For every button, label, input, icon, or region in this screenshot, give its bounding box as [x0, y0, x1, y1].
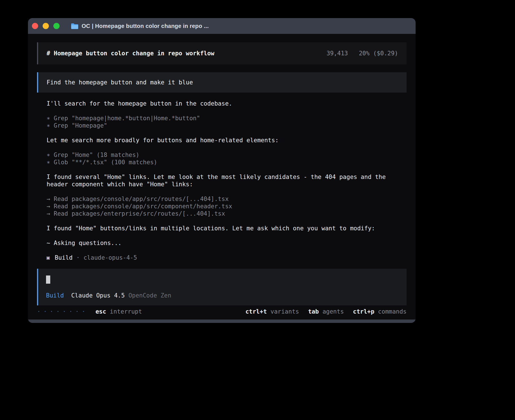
tool-call-grep: ∗ Grep "Home" (18 matches)	[47, 151, 407, 159]
tool-call-group: ∗ Grep "Home" (18 matches) ∗ Glob "**/*.…	[47, 151, 407, 166]
shortcut-commands: ctrl+p commands	[353, 308, 407, 315]
minimize-window-button[interactable]	[43, 23, 49, 29]
agent-separator: ·	[76, 254, 80, 261]
tool-call-glob: ∗ Glob "**/*.tsx" (100 matches)	[47, 159, 407, 166]
assistant-paragraph: I found "Home" buttons/links in multiple…	[47, 225, 407, 232]
tool-call-read: → Read packages/console/app/src/routes/[…	[47, 195, 407, 203]
session-title: # Homepage button color change in repo w…	[47, 50, 214, 57]
shortcut-agents: tab agents	[308, 308, 344, 315]
assistant-paragraph: I'll search for the homepage button in t…	[47, 100, 407, 107]
esc-action-label: interrupt	[110, 308, 142, 315]
user-message: Find the homepage button and make it blu…	[37, 72, 407, 93]
shortcut-label: agents	[322, 308, 344, 315]
agent-model-name: claude-opus-4-5	[84, 254, 137, 261]
shortcut-key: ctrl+p	[353, 308, 374, 315]
window-titlebar: OC | Homepage button color change in rep…	[28, 18, 416, 34]
tool-call-grep: ∗ Grep "Homepage"	[47, 122, 407, 129]
provider-label: OpenCode Zen	[128, 292, 171, 299]
context-usage: 20% ($0.29)	[359, 50, 398, 57]
prompt-input[interactable]: Build Claude Opus 4.5 OpenCode Zen	[37, 269, 407, 305]
shortcut-label: commands	[378, 308, 407, 315]
shortcut-key: tab	[308, 308, 319, 315]
progress-dots: ········	[37, 308, 88, 315]
agent-mode-label[interactable]: Build	[46, 292, 64, 299]
shortcut-variants: ctrl+t variants	[245, 308, 299, 315]
token-count: 39,413	[326, 50, 348, 57]
status-bar: ········ esc interrupt ctrl+t variants t…	[37, 308, 407, 315]
asking-questions-status: ~ Asking questions...	[47, 239, 407, 247]
tool-call-read: → Read packages/console/app/src/componen…	[47, 203, 407, 210]
tool-call-group: → Read packages/console/app/src/routes/[…	[47, 195, 407, 217]
agent-mode-icon: ▣	[47, 254, 50, 261]
esc-key-hint: esc	[95, 308, 106, 315]
tool-call-group: ∗ Grep "homepage|home.*button|Home.*butt…	[47, 115, 407, 129]
text-cursor	[46, 275, 50, 284]
zoom-window-button[interactable]	[53, 23, 60, 29]
assistant-paragraph: Let me search more broadly for buttons a…	[47, 137, 407, 144]
assistant-response: I'll search for the homepage button in t…	[47, 93, 407, 261]
session-stats: 39,413 20% ($0.29)	[326, 50, 398, 57]
agent-status-line: ▣ Build · claude-opus-4-5	[47, 254, 407, 261]
model-name-label[interactable]: Claude Opus 4.5	[71, 292, 125, 299]
terminal-window: OC | Homepage button color change in rep…	[28, 18, 416, 323]
model-status-line: Build Claude Opus 4.5 OpenCode Zen	[46, 292, 399, 299]
window-title: OC | Homepage button color change in rep…	[82, 23, 209, 29]
close-window-button[interactable]	[32, 23, 38, 29]
user-message-text: Find the homepage button and make it blu…	[47, 79, 193, 86]
shortcut-key: ctrl+t	[245, 308, 267, 315]
assistant-paragraph: I found several "Home" links. Let me loo…	[47, 173, 407, 188]
session-header: # Homepage button color change in repo w…	[37, 42, 407, 64]
terminal-content: # Homepage button color change in repo w…	[28, 34, 416, 320]
tool-call-grep: ∗ Grep "homepage|home.*button|Home.*butt…	[47, 115, 407, 122]
shortcut-label: variants	[270, 308, 299, 315]
folder-icon	[71, 23, 78, 29]
tool-call-read: → Read packages/enterprise/src/routes/[.…	[47, 210, 407, 217]
agent-mode-name: Build	[55, 254, 73, 261]
